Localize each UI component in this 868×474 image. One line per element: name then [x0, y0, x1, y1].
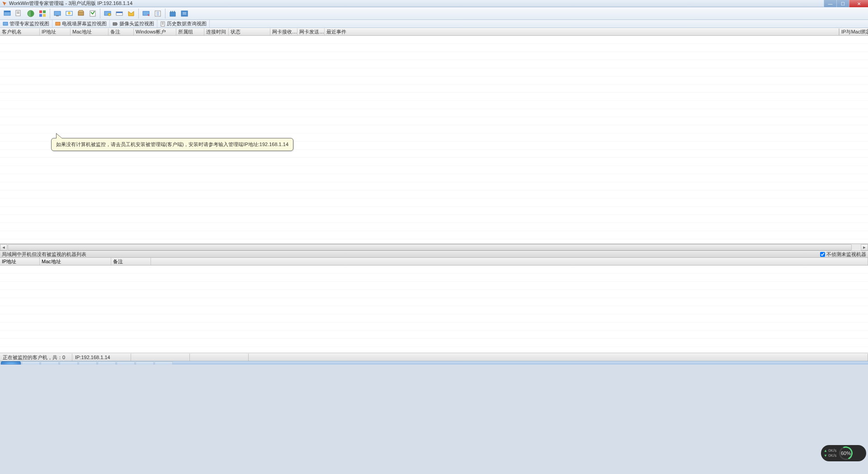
- taskbar-app-2[interactable]: [41, 361, 59, 365]
- svg-rect-22: [3, 22, 8, 25]
- toolbar-btn-15[interactable]: [179, 8, 190, 19]
- tvwall-icon: [55, 21, 61, 27]
- camera-icon: [113, 21, 118, 27]
- statusbar: 正在被监控的客户机，共：0 IP:192.168.1.14: [0, 353, 868, 361]
- viewtab-history[interactable]: 历史数据查询视图: [157, 20, 210, 28]
- taskbar-app-4[interactable]: [79, 361, 97, 365]
- status-empty1: [131, 354, 190, 361]
- col-status[interactable]: 状态: [229, 28, 270, 35]
- status-empty2: [190, 354, 249, 361]
- toolbar-btn-8[interactable]: [87, 8, 98, 19]
- svg-rect-24: [113, 23, 117, 25]
- svg-rect-9: [56, 15, 59, 16]
- history-icon: [160, 21, 165, 27]
- net-download: 0K/s: [824, 453, 836, 458]
- no-detect-label: 不侦测未监视机器: [826, 251, 866, 258]
- viewtab-tvwall[interactable]: 电视墙屏幕监控视图: [52, 20, 110, 28]
- toolbar-btn-6[interactable]: [64, 8, 75, 19]
- col-winaccount[interactable]: Windows帐户: [134, 28, 176, 35]
- col-group[interactable]: 所属组: [176, 28, 204, 35]
- toolbar-btn-3[interactable]: [25, 8, 36, 19]
- network-speed-widget[interactable]: 0K/s 0K/s 60%: [821, 445, 866, 461]
- toolbar-separator: [50, 9, 50, 19]
- col-mac[interactable]: Mac地址: [71, 28, 108, 35]
- scroll-right-arrow[interactable]: ►: [861, 244, 868, 251]
- viewtab-label: 历史数据查询视图: [167, 20, 207, 27]
- minimize-button[interactable]: —: [824, 0, 836, 7]
- main-toolbar: [0, 7, 868, 20]
- toolbar-btn-5[interactable]: [52, 8, 63, 19]
- col-netsend[interactable]: 网卡发送…: [297, 28, 325, 35]
- toolbar-btn-12[interactable]: [141, 8, 151, 19]
- taskbar-app-8[interactable]: [155, 361, 173, 365]
- svg-rect-23: [56, 22, 60, 25]
- toolbar-btn-10[interactable]: [114, 8, 125, 19]
- toolbar-separator: [100, 9, 100, 19]
- svg-rect-2: [16, 10, 20, 16]
- svg-rect-21: [181, 11, 188, 16]
- col2-empty: [151, 258, 868, 265]
- col2-ip[interactable]: IP地址: [0, 258, 40, 265]
- taskbar-app-5[interactable]: [98, 361, 116, 365]
- svg-rect-6: [39, 14, 42, 17]
- main-hscrollbar[interactable]: ◄ ►: [0, 244, 868, 251]
- window-title: WorkWin管理专家管理端 - 3用户试用版 IP:192.168.1.14: [9, 0, 132, 7]
- app-icon: [2, 1, 7, 6]
- svg-rect-8: [54, 11, 61, 15]
- scroll-track[interactable]: [8, 244, 860, 251]
- close-button[interactable]: ✕: [849, 0, 868, 7]
- window-titlebar: WorkWin管理专家管理端 - 3用户试用版 IP:192.168.1.14 …: [0, 0, 868, 7]
- monitor-icon: [3, 21, 8, 27]
- section2-titlebar: 局域网中开机但没有被监视的机器列表 不侦测未监视机器: [0, 251, 868, 258]
- no-detect-checkbox[interactable]: 不侦测未监视机器: [820, 251, 866, 258]
- col2-mac[interactable]: Mac地址: [40, 258, 111, 265]
- taskbar-app-7[interactable]: [136, 361, 154, 365]
- toolbar-btn-4[interactable]: [37, 8, 48, 19]
- taskbar-app-6[interactable]: [117, 361, 135, 365]
- main-grid-body[interactable]: 如果没有计算机被监控，请去员工机安装被管理端(客户端)，安装时请参考输入管理端I…: [0, 36, 868, 244]
- scroll-left-arrow[interactable]: ◄: [0, 244, 7, 251]
- main-grid-header: 客户机名 IP地址 Mac地址 备注 Windows帐户 所属组 连接时间 状态…: [0, 28, 868, 36]
- svg-rect-7: [43, 14, 46, 17]
- viewtab-monitor[interactable]: 管理专家监控视图: [0, 20, 52, 28]
- toolbar-btn-13[interactable]: [152, 8, 163, 19]
- status-empty3: [249, 354, 868, 361]
- col-lastevent[interactable]: 最近事件: [325, 28, 839, 35]
- col-client-name[interactable]: 客户机名: [0, 28, 40, 35]
- toolbar-separator: [165, 9, 165, 19]
- start-button[interactable]: [1, 361, 21, 365]
- memory-circle: 60%: [837, 445, 854, 462]
- section2-title: 局域网中开机但没有被监视的机器列表: [2, 251, 86, 258]
- toolbar-btn-14[interactable]: [167, 8, 178, 19]
- viewtab-camera[interactable]: 摄像头监控视图: [110, 20, 157, 28]
- scroll-thumb[interactable]: [8, 244, 852, 251]
- toolbar-btn-1[interactable]: [2, 8, 13, 19]
- col-conntime[interactable]: 连接时间: [204, 28, 229, 35]
- toolbar-btn-2[interactable]: [14, 8, 24, 19]
- net-rates: 0K/s 0K/s: [824, 448, 836, 458]
- col-ip[interactable]: IP地址: [40, 28, 71, 35]
- toolbar-btn-9[interactable]: [102, 8, 113, 19]
- net-upload: 0K/s: [824, 448, 836, 453]
- memory-percent: 60%: [841, 450, 851, 456]
- toolbar-btn-11[interactable]: [126, 8, 137, 19]
- lower-grid-body[interactable]: [0, 265, 868, 353]
- hint-balloon: 如果没有计算机被监控，请去员工机安装被管理端(客户端)，安装时请参考输入管理端I…: [51, 138, 293, 151]
- col-remark[interactable]: 备注: [108, 28, 134, 35]
- taskbar-app-3[interactable]: [60, 361, 78, 365]
- maximize-button[interactable]: ☐: [836, 0, 849, 7]
- view-tabs: 管理专家监控视图 电视墙屏幕监控视图 摄像头监控视图 历史数据查询视图: [0, 20, 868, 28]
- windows-taskbar[interactable]: [0, 361, 868, 365]
- svg-rect-4: [39, 10, 42, 13]
- col2-remark[interactable]: 备注: [111, 258, 151, 265]
- svg-rect-1: [4, 11, 10, 12]
- col-ipmacbind[interactable]: IP与Mac绑定: [839, 28, 868, 35]
- no-detect-checkbox-input[interactable]: [820, 252, 825, 257]
- svg-point-15: [108, 13, 111, 16]
- lower-grid-header: IP地址 Mac地址 备注: [0, 258, 868, 265]
- toolbar-separator: [138, 9, 139, 19]
- taskbar-app-1[interactable]: [22, 361, 40, 365]
- toolbar-btn-7[interactable]: [75, 8, 86, 19]
- col-netrecv[interactable]: 网卡接收…: [270, 28, 297, 35]
- hint-text: 如果没有计算机被监控，请去员工机安装被管理端(客户端)，安装时请参考输入管理端I…: [56, 142, 288, 147]
